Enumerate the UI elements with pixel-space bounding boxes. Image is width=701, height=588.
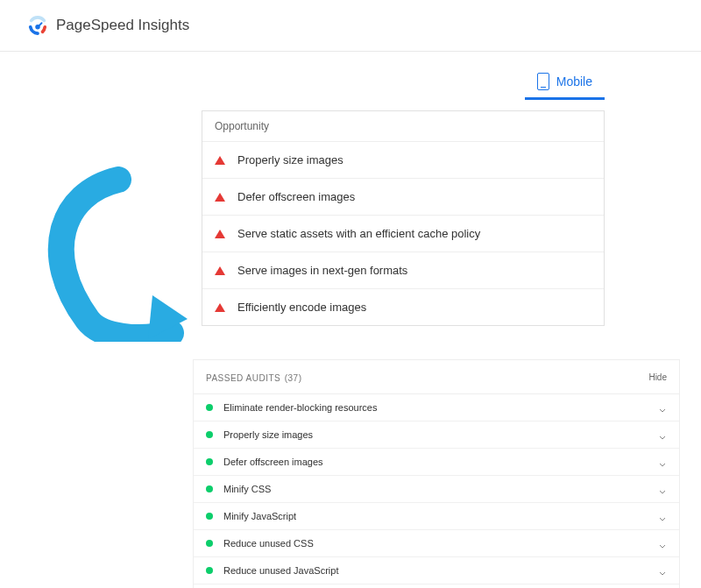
check-icon: [206, 513, 213, 520]
check-icon: [206, 431, 213, 438]
chevron-down-icon: [658, 485, 667, 493]
opportunity-item[interactable]: Efficiently encode images: [202, 288, 604, 325]
passed-audit-item[interactable]: Reduce unused CSS: [194, 530, 679, 557]
chevron-down-icon: [658, 566, 667, 575]
opportunity-list: Properly size images Defer offscreen ima…: [202, 141, 604, 325]
opportunity-label: Serve images in next-gen formats: [237, 264, 407, 277]
passed-audits-header: PASSED AUDITS (37) Hide: [194, 360, 679, 394]
mobile-icon: [537, 73, 549, 90]
chevron-down-icon: [658, 430, 667, 439]
header: PageSpeed Insights: [0, 0, 701, 52]
passed-audit-label: Eliminate render-blocking resources: [223, 402, 658, 413]
opportunity-item[interactable]: Serve images in next-gen formats: [202, 251, 604, 288]
passed-audit-label: Defer offscreen images: [223, 457, 658, 467]
tab-row: Mobile: [0, 66, 701, 100]
opportunity-item[interactable]: Serve static assets with an efficient ca…: [202, 215, 604, 251]
arrow-illustration-icon: [35, 166, 202, 342]
passed-audits-title: PASSED AUDITS: [206, 373, 280, 383]
passed-audit-item[interactable]: Reduce unused JavaScript: [194, 557, 679, 584]
opportunity-label: Efficiently encode images: [237, 301, 366, 314]
passed-audit-label: Reduce unused CSS: [223, 538, 658, 549]
passed-audit-item[interactable]: Defer offscreen images: [194, 449, 679, 476]
chevron-down-icon: [658, 539, 667, 548]
passed-audit-label: Properly size images: [223, 429, 658, 440]
check-icon: [206, 485, 213, 492]
passed-audit-item[interactable]: Minify JavaScript: [194, 503, 679, 530]
passed-audit-item[interactable]: Minify CSS: [194, 476, 679, 503]
opportunity-label: Properly size images: [237, 153, 343, 166]
check-icon: [206, 540, 213, 547]
passed-audit-label: Minify CSS: [223, 484, 658, 494]
passed-audits-count: (37): [285, 373, 302, 383]
passed-audit-item[interactable]: Efficiently encode images: [194, 584, 679, 588]
passed-audit-label: Reduce unused JavaScript: [223, 565, 658, 576]
pagespeed-logo-icon: [28, 16, 47, 35]
passed-audit-label: Minify JavaScript: [223, 511, 658, 521]
warning-icon: [215, 156, 225, 165]
chevron-down-icon: [658, 403, 667, 412]
chevron-down-icon: [658, 457, 667, 466]
warning-icon: [215, 266, 225, 275]
opportunity-heading: Opportunity: [202, 111, 604, 141]
opportunity-label: Serve static assets with an efficient ca…: [237, 227, 480, 240]
page-title: PageSpeed Insights: [56, 17, 189, 34]
tab-label: Mobile: [556, 74, 592, 89]
chevron-down-icon: [658, 512, 667, 521]
opportunity-panel: Opportunity Properly size images Defer o…: [202, 110, 605, 326]
warning-icon: [215, 230, 225, 238]
opportunity-item[interactable]: Properly size images: [202, 141, 604, 178]
passed-audit-item[interactable]: Eliminate render-blocking resources: [194, 394, 679, 422]
check-icon: [206, 404, 213, 411]
check-icon: [206, 458, 213, 465]
passed-audit-item[interactable]: Properly size images: [194, 422, 679, 449]
warning-icon: [215, 303, 225, 312]
check-icon: [206, 567, 213, 574]
passed-audits-panel: PASSED AUDITS (37) Hide Eliminate render…: [193, 359, 680, 588]
hide-button[interactable]: Hide: [648, 372, 667, 382]
tab-mobile[interactable]: Mobile: [525, 66, 605, 100]
opportunity-item[interactable]: Defer offscreen images: [202, 178, 604, 215]
passed-audits-list: Eliminate render-blocking resources Prop…: [194, 394, 679, 588]
warning-icon: [215, 193, 225, 202]
opportunity-label: Defer offscreen images: [237, 190, 355, 203]
